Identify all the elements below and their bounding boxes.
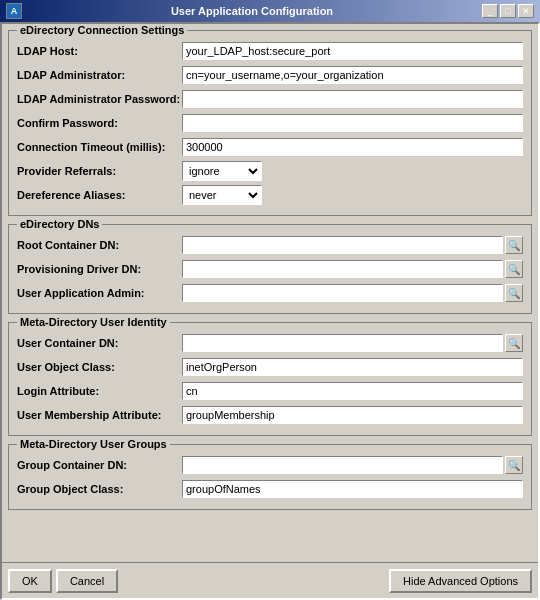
label-group-object-class: Group Object Class: <box>17 483 182 495</box>
input-login-attribute[interactable] <box>182 382 523 400</box>
form-row-group-object-class: Group Object Class: <box>17 479 523 499</box>
hide-advanced-button[interactable]: Hide Advanced Options <box>389 569 532 593</box>
label-provider-referrals: Provider Referrals: <box>17 165 182 177</box>
form-row-connection-timeout: Connection Timeout (millis): <box>17 137 523 157</box>
input-group-object-class[interactable] <box>182 480 523 498</box>
browse-group-container-btn[interactable]: 🔍 <box>505 456 523 474</box>
bottom-bar: OK Cancel Hide Advanced Options <box>2 562 538 598</box>
label-user-container-dn: User Container DN: <box>17 337 182 349</box>
label-connection-timeout: Connection Timeout (millis): <box>17 141 182 153</box>
form-row-user-app-admin: User Application Admin: 🔍 <box>17 283 523 303</box>
browse-user-app-admin-btn[interactable]: 🔍 <box>505 284 523 302</box>
browse-icon: 🔍 <box>508 264 520 275</box>
input-user-container-dn[interactable] <box>182 334 503 352</box>
input-provisioning-driver-dn[interactable] <box>182 260 503 278</box>
form-row-ldap-host: LDAP Host: <box>17 41 523 61</box>
window-title: User Application Configuration <box>22 5 482 17</box>
section-title-edirectory-dns: eDirectory DNs <box>17 218 102 230</box>
form-row-ldap-admin: LDAP Administrator: <box>17 65 523 85</box>
browse-icon: 🔍 <box>508 240 520 251</box>
select-dereference-aliases[interactable]: never always searching finding <box>182 185 262 205</box>
form-row-provider-referrals: Provider Referrals: ignore follow throw <box>17 161 523 181</box>
input-root-container-dn[interactable] <box>182 236 503 254</box>
label-provisioning-driver-dn: Provisioning Driver DN: <box>17 263 182 275</box>
form-row-user-container-dn: User Container DN: 🔍 <box>17 333 523 353</box>
label-root-container-dn: Root Container DN: <box>17 239 182 251</box>
label-user-object-class: User Object Class: <box>17 361 182 373</box>
label-login-attribute: Login Attribute: <box>17 385 182 397</box>
section-title-edirectory-connection: eDirectory Connection Settings <box>17 24 187 36</box>
browse-icon: 🔍 <box>508 460 520 471</box>
label-ldap-admin: LDAP Administrator: <box>17 69 182 81</box>
input-connection-timeout[interactable] <box>182 138 523 156</box>
input-group-container-dn[interactable] <box>182 456 503 474</box>
label-group-container-dn: Group Container DN: <box>17 459 182 471</box>
form-row-login-attribute: Login Attribute: <box>17 381 523 401</box>
form-row-user-membership-attribute: User Membership Attribute: <box>17 405 523 425</box>
form-row-user-object-class: User Object Class: <box>17 357 523 377</box>
ok-button[interactable]: OK <box>8 569 52 593</box>
label-ldap-admin-password: LDAP Administrator Password: <box>17 93 182 105</box>
section-meta-directory-user-identity: Meta-Directory User Identity User Contai… <box>8 322 532 436</box>
form-row-root-container-dn: Root Container DN: 🔍 <box>17 235 523 255</box>
label-confirm-password: Confirm Password: <box>17 117 182 129</box>
input-user-app-admin[interactable] <box>182 284 503 302</box>
form-row-dereference-aliases: Dereference Aliases: never always search… <box>17 185 523 205</box>
select-provider-referrals[interactable]: ignore follow throw <box>182 161 262 181</box>
input-user-object-class[interactable] <box>182 358 523 376</box>
section-title-meta-user-identity: Meta-Directory User Identity <box>17 316 170 328</box>
form-row-ldap-admin-password: LDAP Administrator Password: <box>17 89 523 109</box>
title-bar: A User Application Configuration _ □ ✕ <box>0 0 540 22</box>
form-row-confirm-password: Confirm Password: <box>17 113 523 133</box>
input-ldap-host[interactable] <box>182 42 523 60</box>
close-button[interactable]: ✕ <box>518 4 534 18</box>
window-icon: A <box>6 3 22 19</box>
input-ldap-admin[interactable] <box>182 66 523 84</box>
label-user-app-admin: User Application Admin: <box>17 287 182 299</box>
browse-provisioning-driver-btn[interactable]: 🔍 <box>505 260 523 278</box>
browse-icon: 🔍 <box>508 338 520 349</box>
browse-user-container-btn[interactable]: 🔍 <box>505 334 523 352</box>
input-confirm-password[interactable] <box>182 114 523 132</box>
browse-icon: 🔍 <box>508 288 520 299</box>
section-meta-directory-user-groups: Meta-Directory User Groups Group Contain… <box>8 444 532 510</box>
form-row-provisioning-driver-dn: Provisioning Driver DN: 🔍 <box>17 259 523 279</box>
label-ldap-host: LDAP Host: <box>17 45 182 57</box>
label-user-membership-attribute: User Membership Attribute: <box>17 409 182 421</box>
minimize-button[interactable]: _ <box>482 4 498 18</box>
input-user-membership-attribute[interactable] <box>182 406 523 424</box>
form-row-group-container-dn: Group Container DN: 🔍 <box>17 455 523 475</box>
section-edirectory-connection: eDirectory Connection Settings LDAP Host… <box>8 30 532 216</box>
cancel-button[interactable]: Cancel <box>56 569 118 593</box>
input-ldap-admin-password[interactable] <box>182 90 523 108</box>
section-title-meta-user-groups: Meta-Directory User Groups <box>17 438 170 450</box>
section-edirectory-dns: eDirectory DNs Root Container DN: 🔍 Prov… <box>8 224 532 314</box>
maximize-button[interactable]: □ <box>500 4 516 18</box>
label-dereference-aliases: Dereference Aliases: <box>17 189 182 201</box>
browse-root-container-btn[interactable]: 🔍 <box>505 236 523 254</box>
